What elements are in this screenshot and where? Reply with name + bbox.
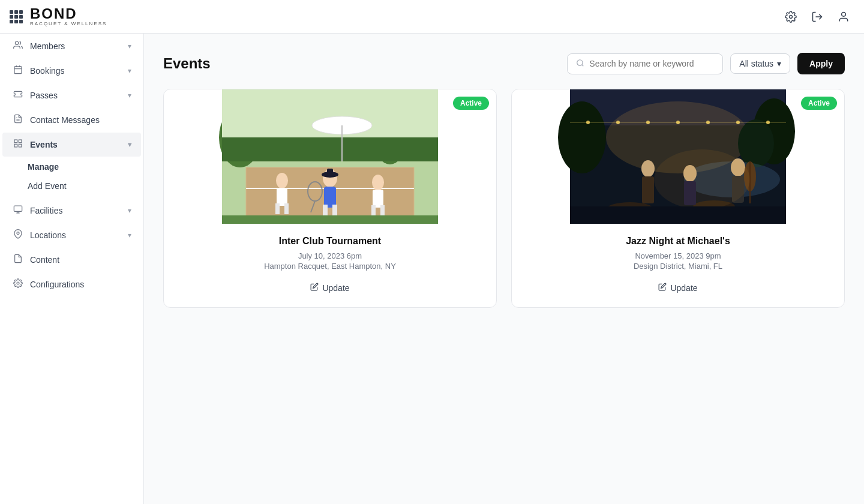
update-button-jazz-night[interactable]: Update bbox=[653, 280, 702, 295]
svg-point-59 bbox=[616, 121, 620, 124]
svg-point-60 bbox=[646, 121, 650, 124]
svg-rect-25 bbox=[222, 137, 438, 161]
contact-messages-icon bbox=[12, 114, 24, 126]
svg-rect-42 bbox=[284, 203, 289, 214]
svg-rect-10 bbox=[14, 140, 17, 143]
sidebar-item-label: Locations bbox=[30, 230, 66, 240]
events-icon bbox=[12, 139, 24, 151]
logo-sub: RACQUET & WELLNESS bbox=[30, 21, 107, 26]
svg-point-73 bbox=[641, 160, 655, 177]
event-image-inter-club: Active bbox=[164, 89, 496, 224]
svg-point-19 bbox=[577, 59, 583, 65]
sidebar-item-members[interactable]: Members ▾ bbox=[2, 34, 141, 58]
search-box bbox=[567, 53, 723, 74]
topbar-right bbox=[780, 6, 854, 28]
sidebar-item-label: Bookings bbox=[30, 66, 65, 76]
svg-point-55 bbox=[738, 119, 774, 167]
bookings-icon bbox=[12, 65, 24, 77]
chevron-down-icon: ▾ bbox=[128, 206, 131, 215]
sidebar-sub-label: Add Event bbox=[28, 181, 67, 191]
tennis-scene-svg bbox=[164, 89, 496, 224]
svg-point-39 bbox=[276, 173, 288, 188]
apply-button[interactable]: Apply bbox=[797, 53, 845, 74]
svg-rect-13 bbox=[14, 144, 17, 147]
event-location-inter-club: Hampton Racquet, East Hampton, NY bbox=[176, 262, 484, 271]
event-info-jazz-night: Jazz Night at Michael's November 15, 202… bbox=[512, 224, 844, 307]
sidebar-item-passes[interactable]: Passes ▾ bbox=[2, 83, 141, 107]
svg-rect-4 bbox=[14, 67, 22, 74]
svg-point-2 bbox=[842, 12, 846, 16]
event-image-jazz-night: Active bbox=[512, 89, 844, 224]
settings-button[interactable] bbox=[780, 6, 802, 28]
sidebar-item-locations[interactable]: Locations ▾ bbox=[2, 223, 141, 247]
search-icon bbox=[576, 59, 584, 69]
sidebar-item-contact-messages[interactable]: Contact Messages bbox=[2, 108, 141, 132]
svg-point-75 bbox=[654, 149, 750, 209]
content-icon bbox=[12, 254, 24, 266]
svg-point-64 bbox=[766, 121, 770, 124]
chevron-down-icon: ▾ bbox=[777, 59, 781, 68]
locations-icon bbox=[12, 229, 24, 241]
sidebar-item-label: Events bbox=[30, 140, 58, 149]
sidebar-sub-label: Manage bbox=[28, 162, 59, 172]
chevron-down-icon: ▾ bbox=[128, 42, 131, 50]
update-button-inter-club[interactable]: Update bbox=[305, 280, 354, 295]
chevron-down-icon: ▾ bbox=[128, 67, 131, 75]
logout-button[interactable] bbox=[806, 6, 828, 28]
event-title-inter-club: Inter Club Tournament bbox=[176, 236, 484, 247]
facilities-icon bbox=[12, 205, 24, 217]
grid-menu-icon[interactable] bbox=[10, 10, 23, 23]
svg-point-62 bbox=[706, 121, 710, 124]
svg-rect-41 bbox=[275, 203, 280, 214]
sidebar-item-configurations[interactable]: Configurations bbox=[2, 272, 141, 296]
user-avatar-button[interactable] bbox=[833, 6, 854, 28]
pencil-icon bbox=[310, 283, 319, 293]
svg-rect-74 bbox=[642, 176, 654, 203]
members-icon bbox=[12, 40, 24, 52]
content-area: Events All status ▾ Apply bbox=[144, 34, 864, 327]
sidebar-item-label: Passes bbox=[30, 91, 58, 100]
search-input[interactable] bbox=[589, 59, 714, 68]
svg-rect-35 bbox=[323, 205, 328, 217]
logo: BOND RACQUET & WELLNESS bbox=[30, 7, 107, 26]
svg-point-43 bbox=[372, 175, 384, 190]
svg-point-3 bbox=[15, 41, 18, 44]
svg-rect-12 bbox=[19, 144, 22, 147]
page-header: Events All status ▾ Apply bbox=[163, 53, 845, 74]
event-location-jazz-night: Design District, Miami, FL bbox=[524, 262, 832, 271]
topbar-left: BOND RACQUET & WELLNESS bbox=[10, 7, 107, 26]
chevron-down-icon: ▾ bbox=[128, 91, 131, 100]
sidebar-sub-item-add-event[interactable]: Add Event bbox=[0, 176, 143, 196]
sidebar-item-label: Content bbox=[30, 255, 59, 265]
sidebar-item-bookings[interactable]: Bookings ▾ bbox=[2, 59, 141, 83]
logo-text: BOND bbox=[30, 7, 107, 21]
sidebar-item-content[interactable]: Content bbox=[2, 248, 141, 272]
svg-line-20 bbox=[582, 64, 584, 66]
event-info-inter-club: Inter Club Tournament July 10, 2023 6pm … bbox=[164, 224, 496, 307]
pencil-icon bbox=[658, 283, 667, 293]
sidebar-item-events[interactable]: Events ▾ bbox=[2, 133, 141, 157]
svg-point-58 bbox=[586, 121, 590, 124]
svg-point-18 bbox=[17, 282, 19, 284]
svg-point-61 bbox=[676, 121, 680, 124]
svg-rect-76 bbox=[570, 206, 786, 224]
svg-rect-46 bbox=[380, 205, 385, 216]
status-filter-select[interactable]: All status ▾ bbox=[730, 53, 790, 74]
svg-rect-36 bbox=[332, 205, 337, 217]
status-filter-label: All status bbox=[739, 59, 773, 68]
event-card-jazz-night[interactable]: Active Jazz Night at Michael's November … bbox=[511, 89, 845, 308]
sidebar-item-label: Configurations bbox=[30, 280, 84, 289]
svg-rect-11 bbox=[19, 140, 22, 143]
update-label: Update bbox=[322, 283, 349, 293]
sidebar-item-facilities[interactable]: Facilities ▾ bbox=[2, 199, 141, 223]
event-date-inter-club: July 10, 2023 6pm bbox=[176, 251, 484, 260]
chevron-down-icon: ▾ bbox=[128, 231, 131, 239]
sidebar-sub-item-manage[interactable]: Manage bbox=[0, 157, 143, 176]
event-title-jazz-night: Jazz Night at Michael's bbox=[524, 236, 832, 247]
event-card-inter-club[interactable]: Active Inter Club Tournament July 10, 20… bbox=[163, 89, 497, 308]
active-badge-jazz-night: Active bbox=[801, 97, 837, 110]
svg-rect-40 bbox=[277, 188, 287, 206]
topbar: BOND RACQUET & WELLNESS bbox=[0, 0, 864, 34]
main-content: Events All status ▾ Apply bbox=[144, 0, 864, 504]
svg-point-53 bbox=[558, 101, 606, 173]
